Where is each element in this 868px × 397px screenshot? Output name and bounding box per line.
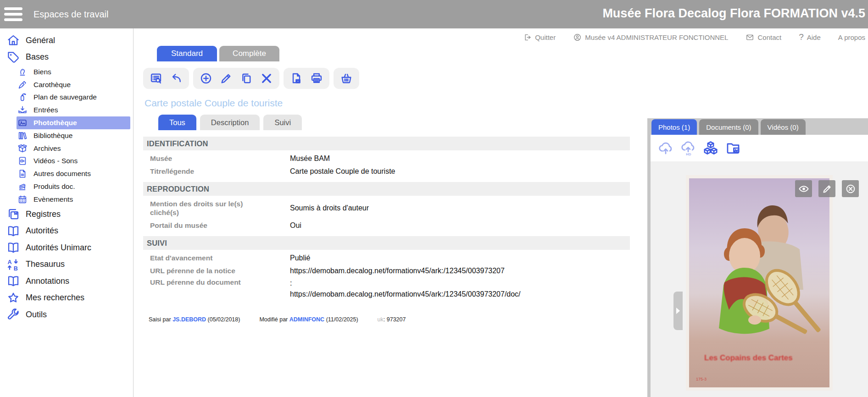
tag-icon (6, 50, 21, 64)
delete-x-icon[interactable] (260, 72, 273, 85)
sidebar-item-archives[interactable]: Archives (17, 142, 130, 155)
tab-suivi[interactable]: Suivi (263, 115, 302, 130)
sort-az-icon: AB (6, 258, 21, 271)
toolbar-group-navigation (143, 68, 189, 89)
tab-standard[interactable]: Standard (157, 46, 217, 61)
sidebar-item-outils[interactable]: Outils (0, 306, 133, 323)
sidebar-item-entrees[interactable]: Entrées (17, 104, 130, 116)
sidebar-item-general[interactable]: Général (0, 32, 133, 49)
cloud-upload-icon[interactable] (658, 140, 673, 156)
record-title: Carte postale Couple de touriste (145, 98, 630, 109)
app-header: Espaces de travail Musée Flora Decalog F… (0, 0, 868, 28)
printer-icon[interactable] (310, 72, 323, 85)
sheets-icon (17, 182, 28, 192)
sidebar-item-evenements[interactable]: Evènements (17, 193, 130, 206)
help-link[interactable]: ? Aide (799, 32, 821, 42)
tab-documents[interactable]: Documents (0) (699, 119, 758, 135)
media-toolbar: HD (651, 135, 868, 161)
record-main: Standard Complète (134, 46, 647, 397)
folder-image-icon[interactable] (725, 140, 741, 156)
created-by-user[interactable]: JS.DEBORD (172, 316, 206, 323)
extinguisher-icon (17, 92, 28, 102)
sidebar-item-bibliotheque[interactable]: Bibliothèque (17, 129, 130, 142)
field-row: Etat d'avancement Publié (143, 252, 630, 264)
cloud-upload-hd-icon[interactable]: HD (680, 140, 696, 156)
sidebar-item-carotheque[interactable]: Carothèque (17, 78, 130, 91)
current-user[interactable]: Musée v4 ADMINISTRATEUR FONCTIONNEL (573, 33, 728, 42)
panel-divider (647, 118, 651, 397)
add-circle-icon[interactable] (200, 72, 212, 85)
record-toolbar (143, 68, 630, 89)
sidebar-item-registres[interactable]: Registres (0, 206, 133, 223)
tab-description[interactable]: Description (200, 115, 260, 130)
archive-box-icon (17, 143, 28, 154)
record-tabs: Tous Description Suivi (158, 115, 630, 130)
svg-text:B: B (14, 265, 18, 271)
about-link[interactable]: A propos (838, 33, 865, 41)
field-row: Portail du musée Oui (143, 220, 630, 231)
sidebar-item-autres-documents[interactable]: Autres documents (17, 167, 130, 180)
sidebar-item-thesaurus[interactable]: AB Thesaurus (0, 256, 133, 273)
media-tabs: Photos (1) Documents (0) Vidéos (0) (651, 118, 868, 135)
list-search-icon[interactable] (150, 72, 162, 85)
inbox-down-icon (17, 105, 28, 115)
open-book-icon (6, 224, 21, 238)
bust-icon (17, 67, 28, 77)
tab-videos[interactable]: Vidéos (0) (761, 119, 806, 135)
section-header-identification: IDENTIFICATION (143, 137, 630, 150)
sidebar: Général Bases Biens Carothèque Plan de s… (0, 28, 134, 397)
photo-corner-mark: 175-3 (696, 377, 707, 381)
tab-tous[interactable]: Tous (158, 115, 196, 130)
sidebar-item-mes-recherches[interactable]: Mes recherches (0, 289, 133, 306)
sidebar-item-autorites[interactable]: Autorités (0, 222, 133, 239)
sidebar-item-plan-de-sauvegarde[interactable]: Plan de sauvegarde (17, 91, 130, 104)
remove-circle-icon[interactable] (842, 180, 859, 197)
field-row: Mention des droits sur le(s) cliché(s) S… (143, 198, 630, 218)
eye-icon[interactable] (795, 180, 812, 197)
record-form: IDENTIFICATION Musée Musée BAM Titre/lég… (143, 137, 630, 300)
panel-collapse-handle[interactable] (673, 292, 683, 330)
field-row: Titre/légende Carte postale Couple de to… (143, 165, 630, 177)
document-icon (17, 169, 28, 179)
record-url-document: : https://demobam.decalog.net/formationv… (290, 278, 521, 300)
sidebar-item-biens[interactable]: Biens (17, 66, 130, 78)
contact-link[interactable]: Contact (746, 33, 781, 42)
doc-print-icon[interactable] (290, 72, 303, 85)
field-row: URL pérenne de la notice https://demobam… (143, 265, 630, 276)
photo-action-buttons (795, 180, 859, 197)
cubes-icon[interactable] (703, 140, 718, 156)
sidebar-item-produits-doc[interactable]: Produits doc. (17, 180, 130, 193)
photo-watermark: Les Copains des Cartes (704, 353, 793, 362)
field-row: URL pérenne du document : https://demoba… (143, 278, 630, 300)
sidebar-item-phototheque[interactable]: Photothèque (17, 116, 130, 129)
sidebar-item-annotations[interactable]: Annotations (0, 273, 133, 290)
undo-icon[interactable] (170, 72, 183, 85)
mail-icon (746, 33, 754, 42)
modified-by-user[interactable]: ADMINFONC (289, 316, 324, 323)
registers-icon (6, 207, 21, 221)
edit-pencil-icon[interactable] (220, 72, 233, 85)
edit-pencil-icon[interactable] (818, 180, 835, 197)
sidebar-item-autorites-unimarc[interactable]: Autorités Unimarc (0, 239, 133, 256)
hamburger-menu-icon[interactable] (4, 7, 22, 21)
question-icon: ? (799, 32, 804, 42)
home-icon (6, 33, 21, 47)
wrench-icon (6, 308, 21, 321)
tab-complete[interactable]: Complète (219, 46, 279, 61)
image-icon (17, 118, 28, 128)
star-icon (6, 291, 21, 305)
section-header-reproduction: REPRODUCTION (143, 182, 630, 196)
sidebar-item-bases[interactable]: Bases (0, 49, 133, 66)
toolbar-group-print (284, 68, 329, 89)
field-row: Musée Musée BAM (143, 153, 630, 164)
record-photo[interactable]: Les Copains des Cartes 175-3 (686, 175, 833, 391)
exit-icon (523, 33, 532, 42)
copy-icon[interactable] (240, 72, 253, 85)
record-url-notice: https://demobam.decalog.net/formationv45… (290, 265, 505, 276)
tab-photos[interactable]: Photos (1) (651, 119, 697, 135)
basket-icon[interactable] (340, 72, 353, 85)
section-header-suivi: SUIVI (143, 236, 630, 250)
sidebar-item-videos-sons[interactable]: Vidéos - Sons (17, 155, 130, 168)
toolbar-group-edit (193, 68, 279, 89)
quit-link[interactable]: Quitter (523, 33, 556, 42)
